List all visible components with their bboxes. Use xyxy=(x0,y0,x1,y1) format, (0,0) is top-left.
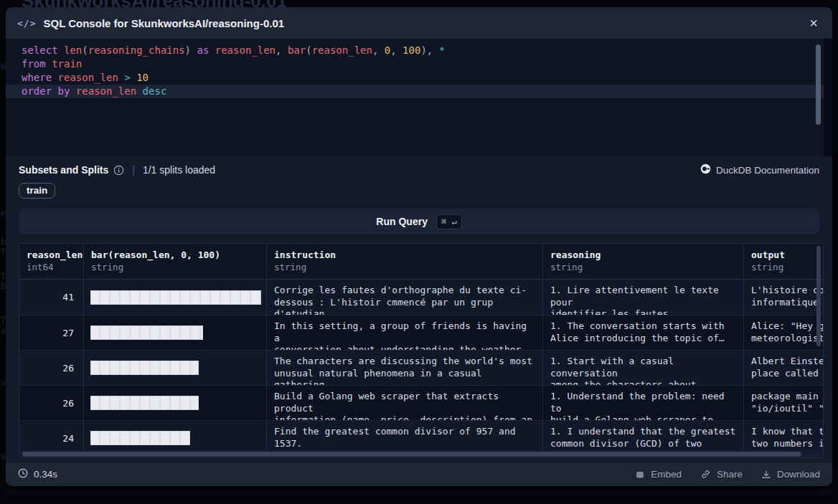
cell-reasoning: 1. Understand the problem: need to build… xyxy=(542,386,743,420)
cell-instruction: In this setting, a group of friends is h… xyxy=(266,315,542,350)
share-label: Share xyxy=(717,469,743,480)
cell-output: package main "io/ioutil" " xyxy=(743,386,823,420)
modal-footer: 0.34s EmbedShareDownload xyxy=(6,462,832,486)
cell-reason-len: 41 xyxy=(19,280,83,315)
table-body: 41Corrige les fautes d'orthographe du te… xyxy=(19,280,823,455)
table-row: 27In this setting, a group of friends is… xyxy=(19,315,823,350)
cell-bar xyxy=(83,386,266,420)
cell-reason-len: 26 xyxy=(19,386,83,420)
footer-actions: EmbedShareDownload xyxy=(635,469,820,480)
column-header-output: outputstring xyxy=(743,244,824,279)
column-name: output xyxy=(751,249,816,260)
run-query-label: Run Query xyxy=(376,216,428,227)
bar-visualization xyxy=(90,431,190,445)
editor-gutter xyxy=(824,39,832,156)
table-horizontal-scrollbar-track[interactable] xyxy=(19,450,823,457)
splits-row: Subsets and Splits | 1/1 splits loaded D… xyxy=(19,163,819,176)
sql-editor[interactable]: select len(reasoning_chains) as reason_l… xyxy=(6,39,832,156)
close-icon[interactable]: × xyxy=(806,14,821,32)
embed-label: Embed xyxy=(651,469,682,480)
sql-line: from train xyxy=(6,57,832,71)
share-button[interactable]: Share xyxy=(700,469,743,480)
bar-visualization xyxy=(90,361,199,375)
table-row: 41Corrige les fautes d'orthographe du te… xyxy=(19,280,823,315)
download-label: Download xyxy=(777,469,820,480)
download-icon xyxy=(761,470,771,480)
bar-visualization xyxy=(90,290,261,305)
column-name: bar(reason_len, 0, 100) xyxy=(91,249,259,260)
cell-instruction: The characters are discussing the world'… xyxy=(266,351,542,385)
cell-instruction: Corrige les fautes d'orthographe du text… xyxy=(266,280,542,315)
column-name: reasoning xyxy=(550,249,736,260)
sql-line: where reason_len > 10 xyxy=(6,71,832,85)
cell-reasoning: 1. Lire attentivement le texte pour iden… xyxy=(542,280,743,315)
column-type: string xyxy=(751,262,816,272)
table-header-row: reason_lenint64bar(reason_len, 0, 100)st… xyxy=(19,244,823,280)
column-name: reason_len xyxy=(27,249,76,260)
modal-header: </> SQL Console for SkunkworksAI/reasoni… xyxy=(6,7,832,39)
code-icon: </> xyxy=(17,18,36,29)
table-row: 26The characters are discussing the worl… xyxy=(19,350,823,385)
column-header-instruction: instructionstring xyxy=(266,244,542,279)
cell-bar xyxy=(83,351,266,385)
splits-label: Subsets and Splits xyxy=(19,164,108,176)
column-type: string xyxy=(91,262,259,272)
run-query-button[interactable]: Run Query ⌘ ↵ xyxy=(19,209,819,234)
column-type: int64 xyxy=(27,262,76,272)
modal-title: SQL Console for SkunkworksAI/reasoning-0… xyxy=(43,17,284,29)
column-type: string xyxy=(274,262,535,272)
cell-bar xyxy=(83,280,266,315)
editor-vertical-scrollbar[interactable] xyxy=(816,44,821,125)
split-chip-train[interactable]: train xyxy=(19,183,55,199)
bar-visualization xyxy=(90,396,199,410)
cell-output: Alice: "Hey g meteorologist xyxy=(743,315,823,350)
split-chips: train xyxy=(19,183,819,199)
cell-reason-len: 27 xyxy=(19,315,83,350)
clock-icon xyxy=(18,468,28,480)
sql-line-active: order by reason_len desc xyxy=(6,85,832,98)
download-button[interactable]: Download xyxy=(761,469,820,480)
cell-reasoning: 1. The conversation starts with Alice in… xyxy=(542,315,743,350)
cell-output: Albert Einste place called xyxy=(743,351,823,385)
query-duration: 0.34s xyxy=(18,468,57,480)
sql-console-modal: </> SQL Console for SkunkworksAI/reasoni… xyxy=(6,7,832,486)
column-type: string xyxy=(550,262,736,272)
query-duration-value: 0.34s xyxy=(34,469,57,480)
sql-line: select len(reasoning_chains) as reason_l… xyxy=(6,44,832,57)
cell-output: L'histoire co informatique xyxy=(743,280,823,315)
backdrop-band xyxy=(6,489,832,496)
column-header-reason-len: reason_lenint64 xyxy=(19,244,83,279)
column-header-reasoning: reasoningstring xyxy=(542,244,743,279)
table-vertical-scrollbar[interactable] xyxy=(816,246,821,346)
sql-editor-lines: select len(reasoning_chains) as reason_l… xyxy=(6,44,832,98)
cell-reasoning: 1. Start with a casual conversation amon… xyxy=(542,351,743,385)
bar-visualization xyxy=(90,325,203,340)
embed-button[interactable]: Embed xyxy=(635,469,682,480)
info-icon[interactable] xyxy=(113,165,124,176)
duckdb-documentation-label: DuckDB Documentation xyxy=(716,165,819,176)
cell-reason-len: 26 xyxy=(19,351,83,385)
cell-bar xyxy=(83,315,266,350)
divider: | xyxy=(132,164,135,176)
table-horizontal-scrollbar-thumb[interactable] xyxy=(22,452,801,457)
table-row: 26Build a Golang web scraper that extrac… xyxy=(19,385,823,420)
splits-status: 1/1 splits loaded xyxy=(143,164,215,176)
results-table: reason_lenint64bar(reason_len, 0, 100)st… xyxy=(19,243,824,458)
cmd-enter-shortcut-badge: ⌘ ↵ xyxy=(436,214,462,229)
cell-instruction: Build a Golang web scraper that extracts… xyxy=(266,386,542,420)
modal-body: Subsets and Splits | 1/1 splits loaded D… xyxy=(6,156,832,459)
column-header-bar-reason-len-0-100-: bar(reason_len, 0, 100)string xyxy=(83,244,266,279)
column-name: instruction xyxy=(274,249,535,260)
duckdb-documentation-link[interactable]: DuckDB Documentation xyxy=(700,163,819,176)
duckdb-logo-icon xyxy=(700,163,711,176)
embed-icon xyxy=(635,470,645,480)
share-icon xyxy=(700,469,711,480)
